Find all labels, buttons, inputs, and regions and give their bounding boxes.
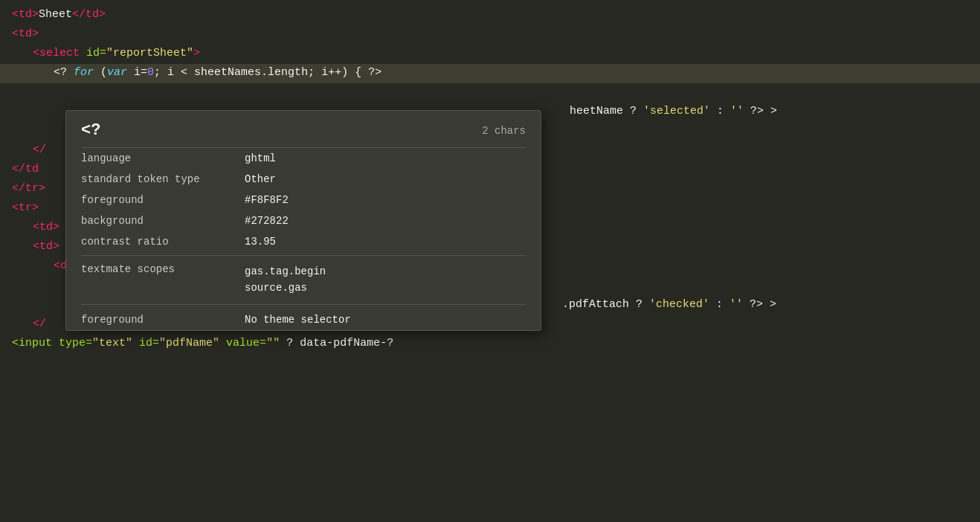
row-value: No theme selector (230, 308, 541, 330)
table-row: standard token type Other (66, 169, 541, 190)
row-label: foreground (66, 190, 230, 210)
code-text: Sheet (39, 6, 72, 25)
code-line: <td> (0, 25, 980, 45)
attr-value: "" (266, 335, 280, 353)
table-row: foreground No theme selector (66, 308, 541, 330)
php-num: 0 (147, 64, 154, 83)
tag: <td> (12, 6, 39, 25)
code-line: <td>Sheet</td> (0, 6, 980, 25)
code-line: <select id="reportSheet"> (0, 45, 980, 64)
php-string: 'selected' (643, 103, 710, 121)
row-value: Other (230, 169, 541, 190)
table-row: contrast ratio 13.95 (66, 231, 541, 252)
attr-name: type= (59, 335, 92, 353)
code-text: ( (94, 64, 107, 83)
popup-chars: 2 chars (482, 125, 526, 137)
code-line (0, 83, 980, 103)
code-text (744, 103, 750, 121)
code-text: : (709, 296, 729, 315)
code-text (743, 296, 749, 315)
row-label: contrast ratio (66, 231, 230, 252)
code-line-highlighted: <? for (var i=0; i < sheetNames.length; … (0, 64, 980, 83)
code-text: : (710, 103, 730, 121)
popup-table: language ghtml standard token type Other… (66, 148, 541, 252)
php-delim: ?> (749, 296, 763, 315)
table-row: background #272822 (66, 210, 541, 231)
attr-value: "pdfName" (159, 335, 219, 353)
scope-value2: source.gas (245, 282, 307, 294)
attr-name: id= (139, 335, 159, 353)
code-text: ; i < sheetNames.length; i++) { (154, 64, 368, 83)
row-label: foreground (66, 308, 230, 330)
attr-name: id= (86, 45, 106, 63)
tag: < (33, 45, 39, 63)
editor: <td>Sheet</td> <td> <select id="reportSh… (0, 0, 980, 522)
tag: > (193, 45, 200, 63)
row-label: textmate scopes (66, 259, 230, 301)
row-value: ghtml (230, 148, 541, 169)
attr-name: <input (12, 335, 59, 353)
code-text: > (764, 103, 777, 121)
php-keyword: for (74, 64, 94, 83)
code-text: ? data-pdfName-? (280, 335, 393, 353)
code-line: <input type="text" id="pdfName" value=""… (0, 335, 980, 354)
php-string: 'checked' (649, 296, 709, 315)
row-value: #272822 (230, 210, 541, 231)
code-text (219, 335, 226, 353)
php-delim: ?> (750, 103, 764, 121)
tag: </ (33, 141, 46, 160)
popup-divider2 (81, 255, 526, 256)
tag: <td> (33, 219, 59, 237)
row-label: background (66, 210, 230, 231)
row-label: language (66, 148, 230, 169)
tag: </td (12, 161, 39, 179)
row-value: #F8F8F2 (230, 190, 541, 210)
popup-token: <? (81, 121, 100, 140)
popup-divider3 (81, 304, 526, 305)
row-label: standard token type (66, 169, 230, 190)
php-keyword: var (107, 64, 127, 83)
token-popup: <? 2 chars language ghtml standard token… (65, 110, 541, 331)
popup-table-scopes: textmate scopes gas.tag.begin source.gas (66, 259, 541, 301)
tag: </tr> (12, 180, 45, 199)
tag: select (39, 45, 86, 63)
popup-header: <? 2 chars (66, 111, 541, 147)
scope-value1: gas.tag.begin (245, 265, 326, 277)
tag: </td> (72, 6, 106, 25)
php-string: '' (729, 296, 743, 315)
code-text: > (763, 296, 776, 315)
code-text: i= (127, 64, 147, 83)
row-value: 13.95 (230, 231, 541, 252)
tag: <td> (33, 238, 59, 257)
popup-table-last: foreground No theme selector (66, 308, 541, 330)
php-delim: <? (54, 64, 74, 83)
table-row: foreground #F8F8F2 (66, 190, 541, 210)
php-string: '' (730, 103, 744, 121)
row-value: gas.tag.begin source.gas (230, 259, 541, 301)
tag: </ (33, 315, 46, 334)
attr-name: value= (226, 335, 266, 353)
php-delim: ?> (368, 64, 381, 83)
attr-value: "text" (92, 335, 132, 353)
attr-value: "reportSheet" (106, 45, 193, 63)
table-row: textmate scopes gas.tag.begin source.gas (66, 259, 541, 301)
code-text (132, 335, 139, 353)
tag: <tr> (12, 199, 39, 218)
tag: <td> (12, 25, 39, 44)
table-row: language ghtml (66, 148, 541, 169)
